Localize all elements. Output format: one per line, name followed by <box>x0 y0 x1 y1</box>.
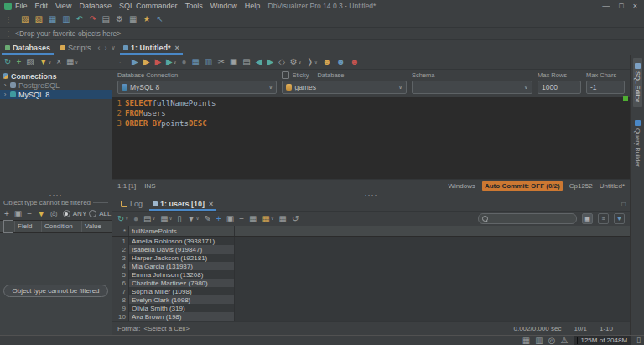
table-row[interactable]: 2Isabella Davis (919847) <box>112 245 630 254</box>
encoding-indicator[interactable]: Cp1252 <box>569 182 593 190</box>
grid-corner-cell[interactable]: * <box>112 226 129 236</box>
tree-item-postgresql[interactable]: › PostgreSQL <box>0 81 112 90</box>
text-view-button[interactable]: ≡ <box>598 213 609 224</box>
column-header-value[interactable]: Value <box>82 221 112 232</box>
schema-dropdown[interactable]: ∨ <box>412 81 532 94</box>
sql-line[interactable]: 2FROM users <box>112 108 630 118</box>
table-row[interactable]: 7Sophia Miller (1098) <box>112 287 630 295</box>
cursor-mode-icon[interactable]: ↖ <box>156 15 163 24</box>
expand-chevron-icon[interactable]: › <box>3 81 8 89</box>
chart-icon[interactable]: ▦∨ <box>262 215 273 223</box>
table-row[interactable]: 9Olivia Smith (319) <box>112 304 630 312</box>
cell-fullnamepoints[interactable]: Ava Brown (198) <box>129 312 235 321</box>
all-radio[interactable] <box>89 210 96 217</box>
max-rows-input[interactable]: 1000 <box>538 81 581 94</box>
undo-edits-icon[interactable]: ↺ <box>292 215 299 223</box>
max-chars-input[interactable]: -1 <box>586 81 625 94</box>
table-row[interactable]: 4Mia Garcia (131937) <box>112 262 630 270</box>
create-folder-icon[interactable]: ▧ <box>26 58 34 66</box>
cut-icon[interactable]: ✂ <box>217 58 224 66</box>
open-file-icon[interactable]: ▨ <box>21 15 29 24</box>
expand-chevron-icon[interactable]: › <box>3 91 8 98</box>
remove-filter-icon[interactable]: − <box>27 210 32 218</box>
stop-icon[interactable]: ● <box>181 58 186 66</box>
sql-tab-close-icon[interactable]: × <box>175 44 179 52</box>
menu-help[interactable]: Help <box>245 2 261 10</box>
sql-line[interactable]: 1SELECT fullNamePoints <box>112 98 630 108</box>
menu-sql-commander[interactable]: SQL Commander <box>119 2 178 10</box>
compare-icon[interactable]: ▦ <box>279 215 287 223</box>
tab-next-icon[interactable]: › <box>105 44 107 52</box>
menu-view[interactable]: View <box>55 2 71 10</box>
maximize-button[interactable]: □ <box>619 2 623 10</box>
bookmarks-icon[interactable]: ◇ <box>278 58 285 66</box>
autocommit-badge[interactable]: Auto Commit: OFF (0/2) <box>482 181 563 191</box>
cell-fullnamepoints[interactable]: Olivia Smith (319) <box>129 304 235 312</box>
column-header-field[interactable]: Field <box>15 221 42 232</box>
cell-fullnamepoints[interactable]: Sophia Miller (1098) <box>129 287 235 295</box>
transactions-icon[interactable]: ☻ <box>351 58 360 66</box>
tree-root-connections[interactable]: Connections <box>0 71 112 81</box>
cell-fullnamepoints[interactable]: Isabella Davis (919847) <box>129 245 235 254</box>
tab-databases[interactable]: Databases <box>0 40 55 55</box>
minimize-button[interactable]: — <box>602 2 610 10</box>
table-row[interactable]: 8Evelyn Clark (1098) <box>112 295 630 304</box>
pin-icon[interactable]: ◎ <box>548 337 556 345</box>
filter-connections-icon[interactable]: ▼∨ <box>39 58 52 66</box>
print-icon[interactable]: ▤ <box>102 15 110 24</box>
connection-dropdown[interactable]: MySQL 8 ∨ <box>117 81 277 94</box>
insert-row-icon[interactable]: + <box>216 215 221 223</box>
table-row[interactable]: 10Ava Brown (198) <box>112 312 630 321</box>
copy-filter-icon[interactable]: ▣ <box>14 210 22 218</box>
column-header-fullnamepoints[interactable]: fullNamePoints <box>129 226 235 236</box>
open-recent-icon[interactable]: ▧ <box>34 15 42 24</box>
save-sql-as-icon[interactable]: ▥ <box>205 58 212 66</box>
grid-view-button[interactable]: ▦ <box>582 213 593 224</box>
delete-grid-icon[interactable]: ▯ <box>177 215 182 223</box>
save-icon[interactable]: ▦ <box>49 15 56 24</box>
tab-log[interactable]: Log <box>116 197 148 211</box>
describe-row-icon[interactable]: ▦ <box>249 215 257 223</box>
create-connection-icon[interactable]: + <box>16 58 21 66</box>
pending-warnings-icon[interactable]: ⚠ <box>560 337 568 345</box>
menu-window[interactable]: Window <box>210 2 237 10</box>
delete-row-icon[interactable]: − <box>239 215 244 223</box>
rollback-icon[interactable]: ☻ <box>336 58 345 66</box>
tree-item-mysql8[interactable]: › MySQL 8 <box>0 90 112 99</box>
menu-tools[interactable]: Tools <box>185 2 203 10</box>
reload-grid-icon[interactable]: ↻∨ <box>117 215 128 223</box>
table-row[interactable]: 5Emma Johnson (13208) <box>112 270 630 279</box>
history-forward-icon[interactable]: ▶ <box>267 58 273 66</box>
apply-filter-icon[interactable]: ◎ <box>50 210 58 218</box>
collapse-all-icon[interactable]: × <box>56 58 61 66</box>
table-row[interactable]: 6Charlotte Martinez (7980) <box>112 279 630 287</box>
grid-search-input[interactable] <box>478 213 577 224</box>
execute-explain-icon[interactable]: ▶∨ <box>166 58 176 66</box>
prompt-icon[interactable]: ❭∨ <box>306 58 317 66</box>
line-ending-indicator[interactable]: Windows <box>448 182 475 190</box>
tab-scripts[interactable]: Scripts <box>55 40 96 55</box>
redo-icon[interactable]: ↷ <box>89 15 96 24</box>
tree-options-icon[interactable]: ▦∨ <box>66 58 78 66</box>
memory-indicator[interactable]: 125M of 2048M <box>574 336 631 345</box>
add-filter-icon[interactable]: + <box>4 210 9 218</box>
tab-result-users[interactable]: 1: users [10] × <box>148 197 218 211</box>
menu-file[interactable]: File <box>15 2 28 10</box>
database-dropdown[interactable]: games ∨ <box>282 81 407 94</box>
filter-header-checkbox[interactable] <box>0 221 15 232</box>
save-sql-icon[interactable]: ▦ <box>192 58 200 66</box>
cell-fullnamepoints[interactable]: Emma Johnson (13208) <box>129 270 235 279</box>
any-radio[interactable] <box>63 210 70 217</box>
cell-fullnamepoints[interactable]: Amelia Robinson (3938171) <box>129 237 235 245</box>
vtab-query-builder[interactable]: Query Builder <box>633 115 642 172</box>
cell-fullnamepoints[interactable]: Harper Jackson (192181) <box>129 254 235 262</box>
menu-database[interactable]: Database <box>79 2 112 10</box>
table-row[interactable]: 1Amelia Robinson (3938171) <box>112 237 630 245</box>
form-view-button[interactable]: ▼ <box>614 213 625 224</box>
format-value[interactable]: <Select a Cell> <box>144 325 190 332</box>
table-row[interactable]: 3Harper Jackson (192181) <box>112 254 630 262</box>
export-grid-icon[interactable]: ▤∨ <box>143 215 155 223</box>
save-all-icon[interactable]: ▥ <box>62 15 70 24</box>
menu-edit[interactable]: Edit <box>35 2 49 10</box>
column-header-condition[interactable]: Condition <box>42 221 82 232</box>
